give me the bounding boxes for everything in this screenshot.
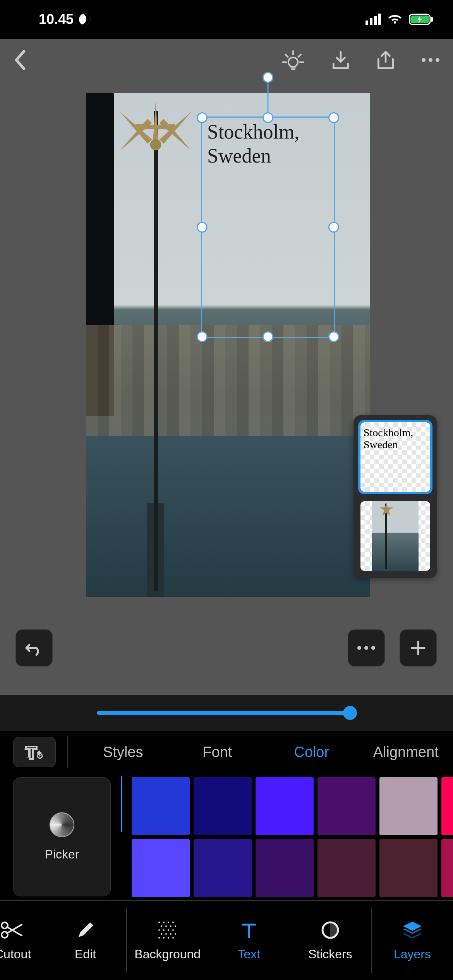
layers-icon bbox=[402, 920, 423, 940]
svg-marker-7 bbox=[380, 503, 393, 516]
nav-stickers[interactable]: Stickers bbox=[290, 901, 371, 980]
svg-point-31 bbox=[158, 937, 160, 939]
selection-box[interactable] bbox=[202, 118, 334, 337]
slider-thumb[interactable] bbox=[343, 706, 357, 720]
resize-handle-tc[interactable] bbox=[263, 112, 273, 123]
svg-text:T: T bbox=[24, 745, 33, 761]
color-swatch[interactable] bbox=[379, 839, 438, 897]
ideas-button[interactable] bbox=[280, 48, 307, 72]
resize-handle-bc[interactable] bbox=[263, 331, 273, 342]
nav-text[interactable]: Text bbox=[208, 901, 290, 980]
color-swatch[interactable] bbox=[317, 777, 376, 835]
nav-label: Edit bbox=[75, 947, 96, 961]
nav-background[interactable]: Background bbox=[127, 901, 208, 980]
undo-button[interactable] bbox=[15, 629, 53, 666]
opacity-slider[interactable] bbox=[97, 711, 356, 715]
resize-handle-br[interactable] bbox=[328, 331, 339, 342]
wifi-icon bbox=[387, 14, 403, 25]
color-swatch[interactable] bbox=[441, 777, 453, 835]
clock-label: 10.45 bbox=[39, 11, 74, 27]
nav-label: Layers bbox=[394, 947, 431, 961]
color-swatch-area: Picker bbox=[0, 773, 453, 900]
resize-handle-bl[interactable] bbox=[197, 331, 208, 342]
cellular-icon bbox=[365, 14, 381, 25]
add-layer-button[interactable] bbox=[400, 629, 437, 666]
resize-handle-ml[interactable] bbox=[197, 222, 208, 233]
editor-top-toolbar bbox=[0, 39, 453, 81]
svg-point-8 bbox=[357, 646, 361, 650]
color-swatch[interactable] bbox=[132, 839, 190, 897]
bottom-nav: Cutout Edit Background Text Stickers Lay… bbox=[0, 900, 453, 980]
svg-point-29 bbox=[170, 933, 172, 935]
svg-point-25 bbox=[168, 929, 169, 931]
svg-point-34 bbox=[172, 937, 174, 939]
do-not-disturb-icon bbox=[77, 12, 92, 27]
scroll-indicator-icon bbox=[121, 776, 122, 832]
color-swatch[interactable] bbox=[256, 839, 314, 897]
resize-handle-mr[interactable] bbox=[328, 222, 339, 233]
svg-point-33 bbox=[168, 937, 169, 939]
nav-label: Cutout bbox=[0, 947, 31, 961]
tab-font[interactable]: Font bbox=[170, 744, 265, 761]
scissors-icon bbox=[0, 920, 22, 940]
add-text-button[interactable]: T bbox=[13, 737, 56, 767]
color-picker-button[interactable]: Picker bbox=[13, 777, 111, 896]
grid-icon bbox=[157, 920, 178, 940]
download-button[interactable] bbox=[330, 49, 352, 71]
nav-cutout[interactable]: Cutout bbox=[0, 901, 45, 980]
more-button[interactable] bbox=[420, 56, 441, 64]
svg-point-32 bbox=[163, 937, 165, 939]
color-swatch[interactable] bbox=[256, 777, 314, 835]
svg-point-17 bbox=[168, 922, 169, 923]
layer-thumb-text[interactable]: Stockholm, Sweden bbox=[360, 422, 430, 492]
svg-point-23 bbox=[158, 929, 160, 931]
picker-label: Picker bbox=[45, 847, 79, 862]
layer-options-button[interactable] bbox=[348, 629, 385, 666]
svg-point-10 bbox=[371, 646, 375, 650]
color-swatch[interactable] bbox=[132, 777, 190, 835]
nav-label: Text bbox=[237, 947, 260, 961]
color-swatch[interactable] bbox=[194, 777, 252, 835]
resize-handle-tl[interactable] bbox=[197, 112, 208, 123]
svg-point-24 bbox=[163, 929, 165, 931]
circle-icon bbox=[320, 920, 340, 940]
opacity-slider-row bbox=[0, 695, 453, 731]
tab-color[interactable]: Color bbox=[264, 744, 359, 761]
tab-styles[interactable]: Styles bbox=[76, 744, 170, 761]
svg-point-18 bbox=[172, 922, 174, 923]
svg-point-3 bbox=[288, 57, 298, 67]
share-button[interactable] bbox=[375, 49, 396, 71]
svg-point-5 bbox=[429, 58, 432, 62]
layer-thumb-image[interactable] bbox=[360, 501, 430, 571]
nav-label: Stickers bbox=[308, 947, 352, 961]
status-bar: 10.45 bbox=[0, 0, 453, 39]
svg-point-22 bbox=[175, 925, 176, 927]
svg-point-26 bbox=[172, 929, 174, 931]
canvas-area[interactable]: Stockholm, Sweden Stockholm, Sweden bbox=[0, 81, 453, 695]
back-button[interactable] bbox=[12, 49, 29, 71]
color-swatch[interactable] bbox=[441, 839, 453, 897]
text-icon bbox=[239, 920, 259, 940]
svg-point-4 bbox=[422, 58, 426, 62]
status-icons bbox=[365, 13, 434, 26]
color-swatch[interactable] bbox=[194, 839, 252, 897]
nav-label: Background bbox=[134, 947, 201, 961]
svg-point-16 bbox=[163, 922, 165, 923]
layers-panel[interactable]: Stockholm, Sweden bbox=[353, 415, 437, 578]
layer-thumb-text-label: Stockholm, Sweden bbox=[364, 427, 413, 451]
tab-alignment[interactable]: Alignment bbox=[359, 744, 453, 761]
svg-point-19 bbox=[161, 925, 162, 927]
rotate-handle[interactable] bbox=[263, 72, 273, 83]
nav-layers[interactable]: Layers bbox=[372, 901, 453, 980]
resize-handle-tr[interactable] bbox=[328, 112, 339, 123]
status-time: 10.45 bbox=[39, 11, 91, 27]
pencil-icon bbox=[76, 920, 96, 940]
swatch-scroll[interactable] bbox=[121, 773, 453, 900]
svg-point-21 bbox=[170, 925, 172, 927]
color-swatch[interactable] bbox=[317, 839, 376, 897]
svg-point-6 bbox=[436, 58, 439, 62]
nav-edit[interactable]: Edit bbox=[45, 901, 126, 980]
svg-point-30 bbox=[175, 933, 176, 935]
color-swatch[interactable] bbox=[379, 777, 438, 835]
color-wheel-icon bbox=[50, 812, 74, 837]
